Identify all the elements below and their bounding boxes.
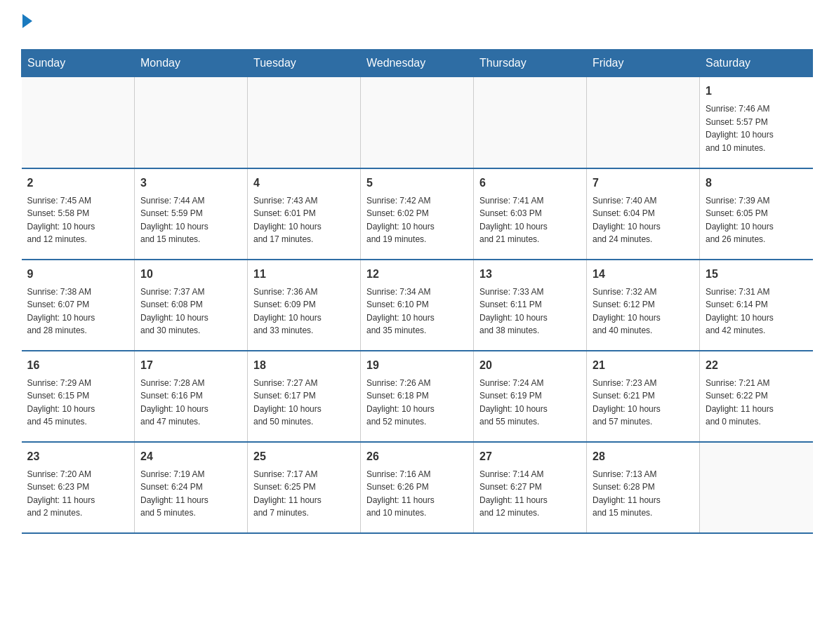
day-info: Sunrise: 7:37 AM Sunset: 6:08 PM Dayligh… [140,286,241,337]
day-info: Sunrise: 7:39 AM Sunset: 6:05 PM Dayligh… [706,194,807,246]
day-info: Sunrise: 7:27 AM Sunset: 6:17 PM Dayligh… [253,377,355,429]
day-number: 10 [140,266,241,283]
logo-arrow-icon [22,14,32,28]
day-info: Sunrise: 7:29 AM Sunset: 6:15 PM Dayligh… [27,377,129,429]
day-number: 28 [593,448,694,465]
calendar-cell: 11Sunrise: 7:36 AM Sunset: 6:09 PM Dayli… [248,260,361,351]
calendar-cell: 22Sunrise: 7:21 AM Sunset: 6:22 PM Dayli… [700,351,813,442]
day-info: Sunrise: 7:44 AM Sunset: 5:59 PM Dayligh… [140,194,241,246]
column-header-thursday: Thursday [474,50,587,77]
calendar-cell: 28Sunrise: 7:13 AM Sunset: 6:28 PM Dayli… [587,442,700,533]
day-info: Sunrise: 7:20 AM Sunset: 6:23 PM Dayligh… [27,468,129,520]
calendar-cell: 16Sunrise: 7:29 AM Sunset: 6:15 PM Dayli… [22,351,135,442]
day-number: 23 [27,448,129,465]
calendar-cell: 20Sunrise: 7:24 AM Sunset: 6:19 PM Dayli… [474,351,587,442]
day-info: Sunrise: 7:13 AM Sunset: 6:28 PM Dayligh… [593,468,694,520]
calendar-cell [22,77,135,168]
day-number: 22 [706,357,807,374]
calendar-cell [700,442,813,533]
calendar-cell: 12Sunrise: 7:34 AM Sunset: 6:10 PM Dayli… [361,260,474,351]
calendar-cell: 15Sunrise: 7:31 AM Sunset: 6:14 PM Dayli… [700,260,813,351]
calendar-cell: 17Sunrise: 7:28 AM Sunset: 6:16 PM Dayli… [135,351,248,442]
calendar-week-row: 16Sunrise: 7:29 AM Sunset: 6:15 PM Dayli… [22,351,813,442]
calendar-cell: 24Sunrise: 7:19 AM Sunset: 6:24 PM Dayli… [135,442,248,533]
calendar-header-row: SundayMondayTuesdayWednesdayThursdayFrid… [22,50,813,77]
day-info: Sunrise: 7:16 AM Sunset: 6:26 PM Dayligh… [366,468,468,520]
calendar-cell [587,77,700,168]
day-info: Sunrise: 7:14 AM Sunset: 6:27 PM Dayligh… [479,468,581,520]
day-info: Sunrise: 7:24 AM Sunset: 6:19 PM Dayligh… [479,377,581,429]
day-number: 3 [140,175,241,192]
calendar-cell: 26Sunrise: 7:16 AM Sunset: 6:26 PM Dayli… [361,442,474,533]
calendar-week-row: 2Sunrise: 7:45 AM Sunset: 5:58 PM Daylig… [22,168,813,260]
calendar-cell: 19Sunrise: 7:26 AM Sunset: 6:18 PM Dayli… [361,351,474,442]
column-header-tuesday: Tuesday [248,50,361,77]
day-number: 4 [253,175,355,192]
day-info: Sunrise: 7:43 AM Sunset: 6:01 PM Dayligh… [253,194,355,246]
day-number: 25 [253,448,355,465]
day-number: 19 [366,357,468,374]
day-info: Sunrise: 7:40 AM Sunset: 6:04 PM Dayligh… [593,194,694,246]
column-header-friday: Friday [587,50,700,77]
day-number: 12 [366,266,468,283]
calendar-cell: 27Sunrise: 7:14 AM Sunset: 6:27 PM Dayli… [474,442,587,533]
day-number: 2 [27,175,129,192]
calendar-week-row: 1Sunrise: 7:46 AM Sunset: 5:57 PM Daylig… [22,77,813,168]
calendar-cell: 9Sunrise: 7:38 AM Sunset: 6:07 PM Daylig… [22,260,135,351]
calendar-cell [361,77,474,168]
page-header [21,14,813,35]
day-number: 24 [140,448,241,465]
calendar-cell: 4Sunrise: 7:43 AM Sunset: 6:01 PM Daylig… [248,168,361,260]
calendar-cell: 1Sunrise: 7:46 AM Sunset: 5:57 PM Daylig… [700,77,813,168]
day-info: Sunrise: 7:32 AM Sunset: 6:12 PM Dayligh… [593,286,694,337]
calendar-cell [248,77,361,168]
day-info: Sunrise: 7:17 AM Sunset: 6:25 PM Dayligh… [253,468,355,520]
day-number: 7 [593,175,694,192]
calendar-cell: 8Sunrise: 7:39 AM Sunset: 6:05 PM Daylig… [700,168,813,260]
day-info: Sunrise: 7:45 AM Sunset: 5:58 PM Dayligh… [27,194,129,246]
calendar-week-row: 23Sunrise: 7:20 AM Sunset: 6:23 PM Dayli… [22,442,813,533]
column-header-sunday: Sunday [22,50,135,77]
calendar-cell: 6Sunrise: 7:41 AM Sunset: 6:03 PM Daylig… [474,168,587,260]
day-number: 20 [479,357,581,374]
calendar-cell: 13Sunrise: 7:33 AM Sunset: 6:11 PM Dayli… [474,260,587,351]
day-number: 26 [366,448,468,465]
column-header-wednesday: Wednesday [361,50,474,77]
calendar-cell: 10Sunrise: 7:37 AM Sunset: 6:08 PM Dayli… [135,260,248,351]
calendar-cell: 25Sunrise: 7:17 AM Sunset: 6:25 PM Dayli… [248,442,361,533]
calendar-week-row: 9Sunrise: 7:38 AM Sunset: 6:07 PM Daylig… [22,260,813,351]
column-header-monday: Monday [135,50,248,77]
calendar-cell: 2Sunrise: 7:45 AM Sunset: 5:58 PM Daylig… [22,168,135,260]
calendar-cell: 18Sunrise: 7:27 AM Sunset: 6:17 PM Dayli… [248,351,361,442]
day-info: Sunrise: 7:31 AM Sunset: 6:14 PM Dayligh… [706,286,807,337]
calendar-cell: 7Sunrise: 7:40 AM Sunset: 6:04 PM Daylig… [587,168,700,260]
day-number: 5 [366,175,468,192]
day-number: 15 [706,266,807,283]
calendar-cell: 23Sunrise: 7:20 AM Sunset: 6:23 PM Dayli… [22,442,135,533]
day-info: Sunrise: 7:23 AM Sunset: 6:21 PM Dayligh… [593,377,694,429]
day-info: Sunrise: 7:46 AM Sunset: 5:57 PM Dayligh… [706,102,807,154]
day-info: Sunrise: 7:42 AM Sunset: 6:02 PM Dayligh… [366,194,468,246]
day-number: 8 [706,175,807,192]
day-number: 9 [27,266,129,283]
calendar-cell [135,77,248,168]
day-number: 11 [253,266,355,283]
calendar-cell: 5Sunrise: 7:42 AM Sunset: 6:02 PM Daylig… [361,168,474,260]
day-number: 21 [593,357,694,374]
day-info: Sunrise: 7:19 AM Sunset: 6:24 PM Dayligh… [140,468,241,520]
calendar-cell [474,77,587,168]
day-number: 13 [479,266,581,283]
day-number: 16 [27,357,129,374]
logo [21,14,32,35]
day-number: 17 [140,357,241,374]
day-number: 6 [479,175,581,192]
day-number: 14 [593,266,694,283]
day-info: Sunrise: 7:33 AM Sunset: 6:11 PM Dayligh… [479,286,581,337]
calendar-table: SundayMondayTuesdayWednesdayThursdayFrid… [21,49,813,534]
day-number: 18 [253,357,355,374]
day-info: Sunrise: 7:21 AM Sunset: 6:22 PM Dayligh… [706,377,807,429]
day-info: Sunrise: 7:36 AM Sunset: 6:09 PM Dayligh… [253,286,355,337]
day-number: 27 [479,448,581,465]
column-header-saturday: Saturday [700,50,813,77]
day-info: Sunrise: 7:38 AM Sunset: 6:07 PM Dayligh… [27,286,129,337]
